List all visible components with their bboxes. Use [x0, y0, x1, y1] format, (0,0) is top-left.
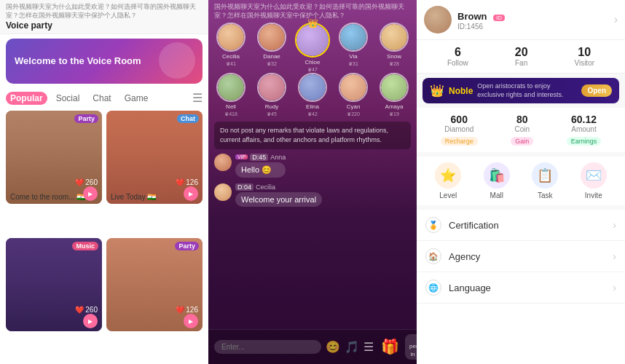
menu-item-language[interactable]: 🌐 Language ›: [417, 272, 625, 304]
room-card[interactable]: Chat ❤️ 126 Live Today 🇮🇳 ▶: [106, 111, 203, 204]
list-item[interactable]: Elina ♛42: [293, 73, 332, 117]
play-button[interactable]: ▶: [83, 314, 98, 328]
card-label: Live Today 🇮🇳: [111, 193, 156, 201]
level-label: Level: [439, 191, 457, 199]
list-item[interactable]: Via ♛31: [334, 23, 373, 73]
noble-open-button[interactable]: Open: [581, 84, 612, 97]
agency-label: Agency: [449, 251, 605, 262]
level-badge: D:45: [250, 154, 268, 161]
chat-message: D:04 Cecilia Welcome your arrival: [214, 183, 411, 207]
invite-label: Invite: [585, 191, 602, 199]
visitor-count: 10: [574, 46, 594, 59]
emoji-icon[interactable]: 😊: [326, 340, 340, 354]
card-hearts: ❤️ 260: [75, 306, 98, 314]
voice-party-title: Voice party: [6, 20, 203, 32]
coin-item: 80 Coin Gain: [511, 114, 533, 146]
list-item-host[interactable]: 👑 Chloe ♛47: [293, 23, 332, 73]
room-card[interactable]: Music ❤️ 260 ▶: [6, 238, 102, 331]
card-badge-party: Party: [74, 114, 98, 123]
tab-social[interactable]: Social: [52, 92, 84, 105]
fan-count: 20: [515, 46, 528, 59]
chest-icon[interactable]: 🎁: [381, 338, 399, 355]
card-hearts: ❤️ 126: [176, 306, 198, 314]
mall-item[interactable]: 🛍️ Mall: [484, 162, 510, 199]
chat-notice: Do not post any remarks that violate law…: [214, 122, 411, 149]
list-item[interactable]: Amaya ♛19: [374, 73, 414, 117]
vip-badge: VIP: [235, 154, 248, 159]
chat-sender: Cecilia: [256, 183, 275, 191]
stat-visitor[interactable]: 10 Visitor: [574, 46, 594, 67]
crown-icon: 👑: [430, 84, 444, 98]
panel2-seo-title: 国外视频聊天室为什么如此受欢迎？如何选择可靠的国外视频聊天室？怎样在国外视频聊天…: [214, 3, 411, 20]
card-hearts: ❤️ 260: [75, 178, 98, 186]
voice-room-banner[interactable]: Welcome to the Voice Room: [6, 39, 203, 84]
list-item[interactable]: Snow ♛28: [374, 23, 414, 73]
tab-popular[interactable]: Popular: [6, 92, 47, 105]
chat-area: Do not post any remarks that violate law…: [208, 119, 417, 328]
menu-icon[interactable]: ☰: [363, 340, 374, 354]
currency-row: 600 Diamond Recharge 80 Coin Gain 60.12 …: [417, 108, 625, 152]
level-icon: ⭐: [435, 162, 461, 189]
room-card[interactable]: Party ❤️ 260 Come to the room... 🇮🇳 ▶: [6, 111, 102, 204]
panel2-bottom-bar: 😊 🎵 ☰ 🎁 0 people in line: [208, 329, 417, 364]
chat-avatar: [214, 183, 232, 201]
music-icon[interactable]: 🎵: [345, 340, 359, 354]
chevron-right-icon: ›: [613, 250, 616, 262]
user-id: ID:1456: [457, 23, 608, 31]
list-item[interactable]: Danae ♛32: [252, 23, 291, 73]
level-item[interactable]: ⭐ Level: [435, 162, 461, 199]
seo-title: 国外视频聊天室为什么如此受欢迎？如何选择可靠的国外视频聊天室？怎样在国外视频聊天…: [6, 3, 203, 20]
tab-game[interactable]: Game: [120, 92, 153, 105]
menu-item-agency[interactable]: 🏠 Agency ›: [417, 241, 625, 272]
chat-avatar: [214, 154, 232, 171]
chat-bubble-text: Hello 😊: [235, 162, 286, 178]
follow-label: Follow: [447, 59, 468, 67]
task-item[interactable]: 📋 Task: [532, 162, 558, 199]
task-icon: 📋: [532, 162, 558, 189]
banner-text: Welcome to the Voice Room: [15, 55, 141, 68]
room-card[interactable]: Party ❤️ 126 ▶: [106, 238, 203, 331]
list-item[interactable]: Cyan ♛220: [334, 73, 373, 117]
avatar-row-2: Nell ♛418 Rudy ♛45 Elina ♛42 Cyan ♛220 A…: [208, 73, 417, 119]
chevron-right-icon[interactable]: ›: [614, 13, 618, 26]
tab-chat[interactable]: Chat: [88, 92, 115, 105]
list-item[interactable]: Cecilia ♛41: [211, 23, 251, 73]
noble-bar[interactable]: 👑 Noble Open aristocrats to enjoy exclus…: [422, 78, 619, 103]
list-item[interactable]: Rudy ♛45: [252, 73, 291, 117]
fan-label: Fan: [515, 59, 528, 67]
filter-menu-icon[interactable]: ☰: [192, 91, 203, 105]
earnings-button[interactable]: Earnings: [567, 137, 602, 146]
user-badge: ID: [493, 15, 505, 21]
profile-stats: 6 Follow 20 Fan 10 Visitor: [417, 40, 625, 74]
play-button[interactable]: ▶: [184, 314, 198, 328]
menu-item-certification[interactable]: 🏅 Certification ›: [417, 210, 625, 241]
noble-label: Noble: [449, 86, 473, 96]
chat-sender: Anna: [270, 154, 286, 161]
online-section: 🎁 0 people in line: [378, 334, 417, 360]
list-item[interactable]: Nell ♛418: [211, 73, 251, 117]
language-label: Language: [449, 282, 605, 293]
amount-value: 60.12: [567, 114, 602, 125]
panel-voice-room: 国外视频聊天室为什么如此受欢迎？如何选择可靠的国外视频聊天室？怎样在国外视频聊天…: [208, 0, 417, 364]
chat-bubble-wrap: VIP D:45 Anna Hello 😊: [235, 154, 286, 178]
profile-header: Brown ID ID:1456 ›: [417, 0, 625, 40]
recharge-button[interactable]: Recharge: [441, 137, 478, 146]
card-label: Come to the room... 🇮🇳: [10, 193, 85, 201]
stat-follow[interactable]: 6 Follow: [447, 46, 468, 67]
stat-fan[interactable]: 20 Fan: [515, 46, 528, 67]
chat-bubble-wrap: D:04 Cecilia Welcome your arrival: [235, 183, 322, 207]
card-badge-chat: Chat: [177, 114, 199, 123]
chat-sender-row: VIP D:45 Anna: [235, 154, 286, 161]
amount-item: 60.12 Amount Earnings: [567, 114, 602, 146]
invite-item[interactable]: ✉️ Invite: [581, 162, 607, 199]
diamond-count: 600: [441, 114, 478, 125]
chevron-right-icon: ›: [613, 282, 616, 293]
coin-label: Coin: [511, 125, 533, 133]
follow-count: 6: [447, 46, 468, 59]
online-badge: 0 people in line: [405, 334, 417, 360]
gain-button[interactable]: Gain: [511, 137, 533, 146]
mall-icon: 🛍️: [484, 162, 510, 189]
panel-profile: Brown ID ID:1456 › 6 Follow 20 Fan 10 Vi…: [417, 0, 625, 364]
chat-input[interactable]: [214, 340, 321, 354]
panel-discover: 国外视频聊天室为什么如此受欢迎？如何选择可靠的国外视频聊天室？怎样在国外视频聊天…: [0, 0, 208, 364]
